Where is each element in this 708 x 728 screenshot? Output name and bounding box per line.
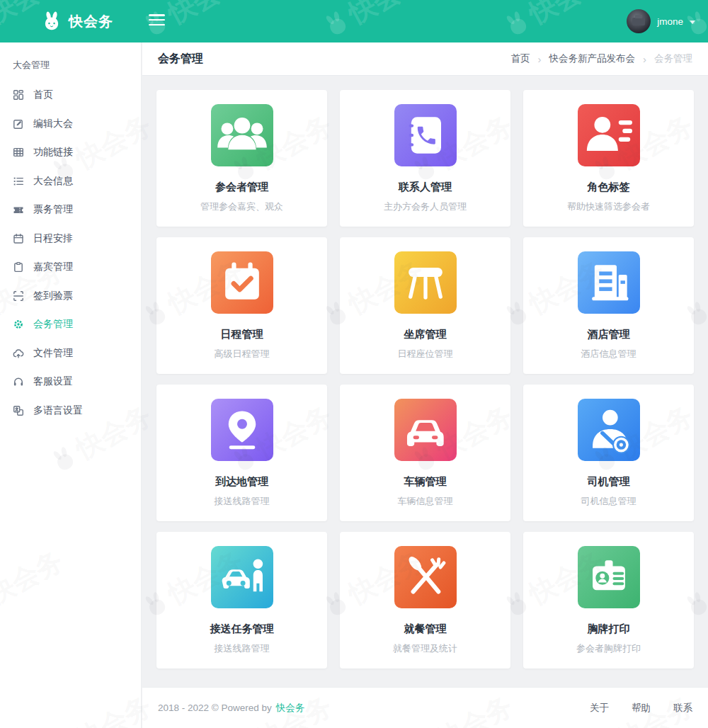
brand-name: 快会务 (69, 12, 113, 31)
sidebar-item-info[interactable]: 大会信息 (0, 167, 141, 196)
calendar-check-icon (211, 251, 273, 314)
sidebar-item-files[interactable]: 文件管理 (0, 339, 141, 368)
card-title: 参会者管理 (215, 181, 268, 194)
sidebar-item-label: 首页 (33, 89, 53, 101)
sidebar-item-checkin[interactable]: 签到验票 (0, 282, 141, 311)
brand-logo[interactable]: 快会务 (41, 0, 113, 42)
app-window: 快会务 jmone 大会管理 首页编辑大会功能链接大会信息票务管理日程安排嘉宾管… (0, 0, 708, 728)
footer-link-1[interactable]: 帮助 (632, 702, 651, 715)
sidebar-item-label: 票务管理 (33, 203, 73, 216)
card-agenda[interactable]: 日程管理高级日程管理 (156, 237, 327, 374)
card-subtitle: 接送线路管理 (215, 495, 270, 508)
avatar (627, 9, 651, 33)
card-shuttle[interactable]: 接送任务管理接送线路管理 (156, 532, 327, 669)
sidebar-item-label: 功能链接 (33, 146, 73, 159)
sidebar-item-links[interactable]: 功能链接 (0, 138, 141, 167)
card-badges[interactable]: 胸牌打印参会者胸牌打印 (523, 532, 694, 669)
card-title: 司机管理 (588, 475, 630, 489)
footer-link-2[interactable]: 联系 (673, 702, 692, 715)
card-title: 坐席管理 (404, 328, 447, 341)
card-contacts[interactable]: 联系人管理主办方会务人员管理 (340, 90, 510, 227)
breadcrumb-item[interactable]: 快会务新产品发布会 (549, 52, 636, 65)
sidebar-item-label: 客服设置 (33, 375, 73, 388)
cloud-icon (13, 348, 24, 359)
attendees-icon (211, 104, 273, 166)
translate-icon (13, 405, 24, 416)
card-subtitle: 参会者胸牌打印 (576, 642, 641, 655)
sidebar-item-schedule[interactable]: 日程安排 (0, 224, 141, 254)
shuttle-icon (211, 546, 273, 608)
card-drivers[interactable]: 司机管理司机信息管理 (523, 385, 694, 521)
sidebar-item-language[interactable]: 多语言设置 (0, 397, 141, 426)
breadcrumb-item[interactable]: 首页 (511, 52, 530, 65)
card-arrivals[interactable]: 到达地管理接送线路管理 (156, 385, 327, 521)
card-subtitle: 司机信息管理 (581, 495, 636, 508)
card-subtitle: 就餐管理及统计 (393, 642, 457, 655)
sidebar-item-label: 多语言设置 (33, 404, 83, 417)
footer-brand-link[interactable]: 快会务 (276, 702, 305, 715)
card-subtitle: 接送线路管理 (215, 642, 270, 655)
driver-icon (578, 399, 640, 461)
sidebar-item-tickets[interactable]: 票务管理 (0, 195, 141, 224)
main-area: 会务管理 首页›快会务新产品发布会›会务管理 参会者管理管理参会嘉宾、观众联系人… (142, 42, 708, 728)
card-subtitle: 车辆信息管理 (398, 495, 453, 508)
sidebar: 大会管理 首页编辑大会功能链接大会信息票务管理日程安排嘉宾管理签到验票会务管理文… (0, 42, 142, 728)
sidebar-item-home[interactable]: 首页 (0, 81, 141, 110)
page-title: 会务管理 (158, 52, 203, 67)
calendar-icon (13, 233, 24, 244)
breadcrumb: 首页›快会务新产品发布会›会务管理 (511, 52, 693, 65)
card-title: 联系人管理 (399, 181, 452, 194)
card-title: 日程管理 (221, 328, 263, 341)
user-name: jmone (657, 16, 683, 27)
ticket-icon (13, 204, 24, 215)
footer-copyright: 2018 - 2022 © Powered by 快会务 (158, 702, 304, 715)
cutlery-icon (394, 546, 457, 608)
sidebar-item-label: 签到验票 (33, 290, 73, 302)
sidebar-item-label: 日程安排 (33, 232, 73, 245)
sidebar-item-label: 文件管理 (33, 347, 73, 360)
role-tag-icon (578, 104, 640, 166)
sidebar-item-edit[interactable]: 编辑大会 (0, 110, 141, 139)
sidebar-item-label: 大会信息 (33, 175, 73, 188)
card-subtitle: 高级日程管理 (215, 348, 270, 360)
clipboard-icon (13, 261, 24, 273)
gear-icon (13, 319, 24, 330)
chevron-down-icon (690, 21, 695, 24)
card-attendees[interactable]: 参会者管理管理参会嘉宾、观众 (156, 90, 327, 227)
stool-icon (394, 251, 457, 314)
footer: 2018 - 2022 © Powered by 快会务 关于帮助联系 (142, 687, 708, 728)
card-subtitle: 日程座位管理 (398, 348, 453, 360)
dashboard-icon (13, 89, 24, 101)
card-subtitle: 主办方会务人员管理 (384, 200, 467, 213)
card-subtitle: 管理参会嘉宾、观众 (200, 200, 283, 213)
sidebar-item-guests[interactable]: 嘉宾管理 (0, 253, 141, 282)
cards-grid: 参会者管理管理参会嘉宾、观众联系人管理主办方会务人员管理角色标签帮助快速筛选参会… (142, 76, 708, 683)
scan-icon (13, 290, 24, 302)
location-pin-icon (211, 399, 273, 461)
user-menu[interactable]: jmone (627, 0, 695, 42)
table-icon (13, 147, 24, 158)
card-title: 车辆管理 (404, 475, 447, 489)
top-bar: 快会务 jmone (0, 0, 708, 42)
sidebar-item-affairs[interactable]: 会务管理 (0, 310, 141, 339)
card-seats[interactable]: 坐席管理日程座位管理 (340, 237, 510, 374)
card-dining[interactable]: 就餐管理就餐管理及统计 (340, 532, 510, 669)
breadcrumb-separator-icon: › (538, 53, 542, 65)
copyright-text: 2018 - 2022 © Powered by (158, 703, 272, 713)
rabbit-logo-icon (41, 11, 62, 32)
breadcrumb-separator-icon: › (643, 53, 646, 65)
list-icon (13, 176, 24, 187)
card-subtitle: 酒店信息管理 (581, 348, 636, 360)
menu-toggle-icon[interactable] (149, 14, 165, 28)
card-title: 到达地管理 (215, 475, 268, 489)
card-title: 胸牌打印 (588, 622, 630, 636)
sidebar-item-service[interactable]: 客服设置 (0, 368, 141, 397)
card-vehicles[interactable]: 车辆管理车辆信息管理 (340, 385, 510, 521)
building-icon (578, 251, 640, 314)
card-roles[interactable]: 角色标签帮助快速筛选参会者 (523, 90, 694, 227)
sidebar-item-label: 嘉宾管理 (33, 261, 73, 273)
card-hotels[interactable]: 酒店管理酒店信息管理 (523, 237, 694, 374)
headset-icon (13, 376, 24, 387)
footer-link-0[interactable]: 关于 (590, 702, 609, 715)
sidebar-section-label: 大会管理 (0, 52, 141, 81)
